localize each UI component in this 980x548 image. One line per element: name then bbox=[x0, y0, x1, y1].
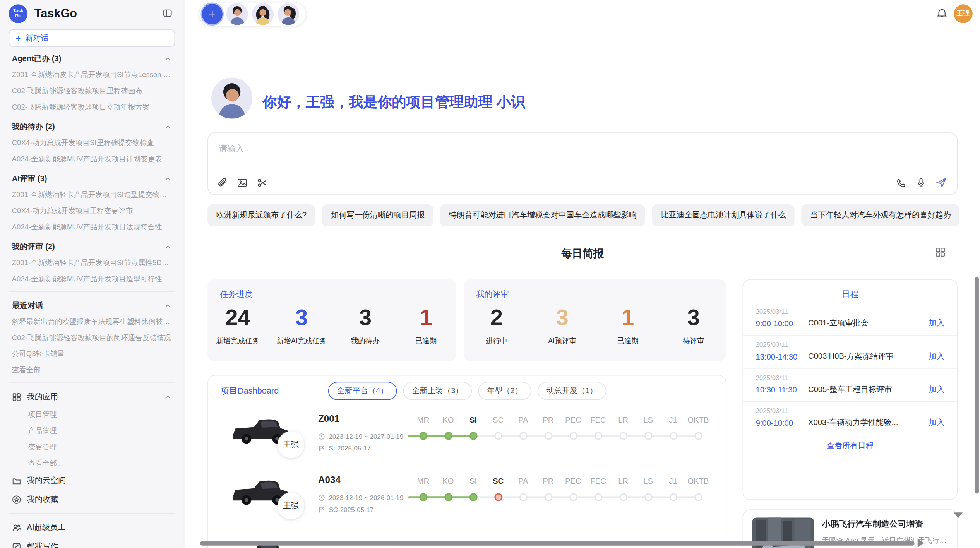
divider bbox=[9, 513, 175, 514]
app-item[interactable]: 项目管理 bbox=[9, 406, 175, 423]
schedule-date: 2025/03/11 bbox=[756, 407, 944, 414]
notifications-bell-icon[interactable] bbox=[936, 8, 947, 19]
conversation-item[interactable]: C02-飞腾新能源轻客改款项目立项汇报方案 bbox=[9, 99, 175, 115]
join-button[interactable]: 加入 bbox=[929, 418, 944, 428]
divider bbox=[9, 382, 175, 383]
milestone-label: KO bbox=[436, 477, 461, 490]
attachment-icon[interactable] bbox=[217, 178, 227, 188]
composer-left-tools bbox=[217, 178, 267, 188]
microphone-icon[interactable] bbox=[916, 177, 926, 188]
new-chat-button[interactable]: + 新对话 bbox=[9, 29, 175, 47]
send-icon[interactable] bbox=[936, 177, 947, 188]
section-header[interactable]: 最近对话 bbox=[9, 296, 175, 313]
card-title: 我的评审 bbox=[476, 289, 509, 300]
my-cloud-space[interactable]: 我的云空间 bbox=[9, 471, 175, 490]
app-item[interactable]: 产品管理 bbox=[9, 423, 175, 439]
stat: 3 我的待办 bbox=[343, 304, 387, 346]
milestone-dot bbox=[669, 432, 677, 440]
avatar[interactable] bbox=[252, 3, 274, 25]
my-favorites[interactable]: 我的收藏 bbox=[9, 490, 175, 509]
vertical-scrollbar-thumb[interactable] bbox=[975, 277, 979, 493]
milestone-label: PA bbox=[511, 477, 536, 490]
milestone-label: PA bbox=[511, 416, 536, 429]
ai-super-staff[interactable]: AI超级员工 bbox=[9, 518, 175, 537]
suggestion-chip[interactable]: 当下年轻人对汽车外观有怎样的喜好趋势 bbox=[802, 204, 960, 226]
app-item[interactable]: 变更管理 bbox=[9, 439, 175, 455]
schedule-card: 日程 2025/03/11 9:00-10:00 C001-立项审批会 加入 2… bbox=[743, 279, 958, 500]
section-label: 最近对话 bbox=[12, 301, 43, 311]
view-all-chats-link[interactable]: 查看全部... bbox=[9, 362, 175, 378]
milestone-label: MR bbox=[411, 416, 436, 429]
conversation-item[interactable]: C02-飞腾新能源轻客改款项目的闭环通告反馈情况 bbox=[9, 329, 175, 346]
phone-icon[interactable] bbox=[896, 177, 906, 188]
conversation-item[interactable]: C0X4-动力总成开发项目SI里程碑提交物检查 bbox=[9, 134, 175, 151]
filter-chip[interactable]: 全新平台（4） bbox=[328, 382, 397, 400]
schedule-title: 日程 bbox=[743, 280, 957, 302]
stat-value: 2 bbox=[475, 304, 519, 331]
scroll-right-arrow-icon[interactable] bbox=[918, 539, 924, 548]
filter-chip[interactable]: 动总开发（1） bbox=[538, 382, 607, 400]
milestone-label: PEC bbox=[561, 477, 586, 490]
suggestion-chip[interactable]: 欧洲新规最近颁布了什么? bbox=[207, 204, 315, 226]
my-apps-header[interactable]: 我的应用 bbox=[9, 387, 175, 406]
add-workspace-button[interactable]: + bbox=[202, 4, 223, 24]
section-label: Agent已办 (3) bbox=[12, 54, 62, 64]
conversation-item[interactable]: Z001-全新燃油轻卡产品开发项目SI节点属性5D文件评审 bbox=[9, 254, 175, 271]
milestone: KO bbox=[436, 477, 461, 501]
conversation-item[interactable]: 公司Q3轻卡销量 bbox=[9, 346, 175, 362]
schedule-time: 10:30-11:30 bbox=[756, 385, 808, 394]
ai-super-staff-label: AI超级员工 bbox=[27, 522, 65, 533]
chevron-up-icon bbox=[164, 302, 172, 310]
conversation-item[interactable]: Z001-全新燃油皮卡产品开发项目SI节点Lesson Learn报告 bbox=[9, 66, 175, 82]
milestone-label: SC bbox=[486, 416, 511, 429]
app-item[interactable]: 查看全部... bbox=[9, 455, 175, 471]
project-row[interactable]: 王强 Z001 2023-12-19 ~ 2027-01-19 SI-2025-… bbox=[221, 407, 714, 464]
schedule-event-title: C005-整车工程目标评审 bbox=[808, 384, 923, 395]
filter-chip[interactable]: 全新上装（3） bbox=[403, 382, 472, 400]
milestone: MR bbox=[411, 477, 436, 501]
chat-input-box[interactable]: 请输入... bbox=[207, 132, 958, 195]
section-label: 我的待办 (2) bbox=[12, 122, 55, 132]
collapse-sidebar-icon[interactable] bbox=[163, 8, 173, 18]
join-button[interactable]: 加入 bbox=[929, 318, 944, 329]
view-all-schedule-link[interactable]: 查看所有日程 bbox=[743, 434, 957, 457]
section-header[interactable]: 我的评审 (2) bbox=[9, 238, 175, 255]
avatar[interactable] bbox=[226, 3, 248, 25]
conversation-item[interactable]: C02-飞腾新能源轻客改款项目里程碑画布 bbox=[9, 82, 175, 99]
schedule-event-title: C003|H0B-方案冻结评审 bbox=[808, 351, 923, 362]
avatar[interactable] bbox=[278, 3, 300, 25]
conversation-item[interactable]: 解释最新出台的欧盟报废车法规再生塑料比例被调至15%... bbox=[9, 313, 175, 329]
scissors-icon[interactable] bbox=[257, 178, 267, 188]
image-upload-icon[interactable] bbox=[237, 178, 247, 188]
conversation-item[interactable]: A034-全新新能源MUV产品开发项目计划变更表编写 bbox=[9, 151, 175, 167]
section-header[interactable]: 我的待办 (2) bbox=[9, 118, 175, 135]
conversation-item[interactable]: A034-全新新能源MUV产品开发项目法规符合性评审 bbox=[9, 219, 175, 235]
milestone-dot bbox=[594, 432, 602, 440]
project-row[interactable]: 王强 A034 2023-12-19 ~ 2026-01-19 SC-2025-… bbox=[221, 468, 714, 526]
help-me-write[interactable]: 帮我写作 bbox=[9, 537, 175, 548]
user-avatar[interactable]: 王强 bbox=[954, 4, 972, 23]
schedule-time: 9:00-10:00 bbox=[756, 418, 808, 427]
schedule-date: 2025/03/11 bbox=[756, 308, 944, 315]
chevron-up-icon bbox=[164, 243, 172, 251]
milestone: LR bbox=[611, 477, 636, 501]
suggestion-chip[interactable]: 特朗普可能对进口汽车增税会对中国车企造成哪些影响 bbox=[440, 204, 646, 226]
suggestion-chip[interactable]: 如何写一份清晰的项目周报 bbox=[322, 204, 433, 226]
conversation-item[interactable]: A034-全新新能源MUV产品开发项目造型可行性评审 bbox=[9, 271, 175, 287]
scroll-down-arrow-icon[interactable] bbox=[954, 512, 963, 518]
join-button[interactable]: 加入 bbox=[929, 351, 944, 362]
layout-grid-icon[interactable] bbox=[935, 247, 946, 257]
milestone: SI bbox=[461, 477, 486, 501]
join-button[interactable]: 加入 bbox=[929, 384, 944, 395]
section-header[interactable]: Agent已办 (3) bbox=[9, 50, 175, 67]
suggestion-chip[interactable]: 比亚迪全固态电池计划具体说了什么 bbox=[652, 204, 795, 226]
sidebar: Task Go TaskGo + 新对话 Agent已办 (3) Z001-全新… bbox=[0, 0, 184, 548]
schedule-date: 2025/03/11 bbox=[756, 341, 944, 348]
conversation-item[interactable]: C0X4-动力总成开发项目工程变更评审 bbox=[9, 202, 175, 219]
filter-chip[interactable]: 年型（2） bbox=[478, 382, 531, 400]
section-header[interactable]: AI评审 (3) bbox=[9, 170, 175, 187]
milestone: KO bbox=[436, 416, 461, 440]
horizontal-scrollbar-thumb[interactable] bbox=[200, 541, 915, 546]
conversation-item[interactable]: Z001-全新燃油轻卡产品开发项目SI造型提交物评审 bbox=[9, 186, 175, 202]
stat: 3 AI预评审 bbox=[540, 304, 584, 346]
